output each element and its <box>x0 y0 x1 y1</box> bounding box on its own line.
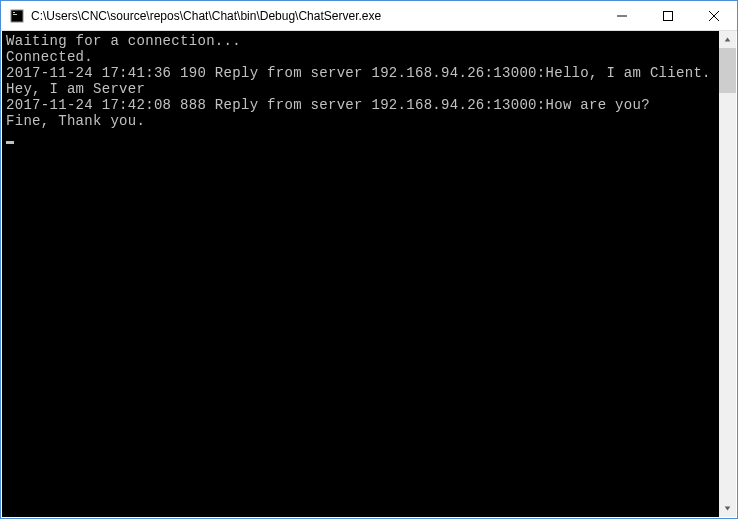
vertical-scrollbar[interactable] <box>719 31 736 517</box>
console-line: 2017-11-24 17:41:36 190 Reply from serve… <box>6 65 719 81</box>
console-line: Connected. <box>6 49 719 65</box>
scroll-track[interactable] <box>719 48 736 500</box>
close-button[interactable] <box>691 1 737 30</box>
svg-rect-4 <box>664 11 673 20</box>
svg-marker-7 <box>725 37 731 41</box>
cursor-line <box>6 129 719 145</box>
svg-rect-2 <box>13 14 17 15</box>
minimize-button[interactable] <box>599 1 645 30</box>
svg-rect-1 <box>13 12 15 13</box>
maximize-button[interactable] <box>645 1 691 30</box>
window-title: C:\Users\CNC\source\repos\Chat\Chat\bin\… <box>31 9 599 23</box>
console-output[interactable]: Waiting for a connection...Connected.201… <box>2 31 719 517</box>
scroll-thumb[interactable] <box>719 48 736 93</box>
console-area: Waiting for a connection...Connected.201… <box>2 31 736 517</box>
cursor <box>6 141 14 144</box>
titlebar[interactable]: C:\Users\CNC\source\repos\Chat\Chat\bin\… <box>1 1 737 31</box>
scroll-up-button[interactable] <box>719 31 736 48</box>
scroll-down-button[interactable] <box>719 500 736 517</box>
console-line: 2017-11-24 17:42:08 888 Reply from serve… <box>6 97 719 113</box>
console-line: Waiting for a connection... <box>6 33 719 49</box>
svg-rect-0 <box>11 10 23 22</box>
console-line: Fine, Thank you. <box>6 113 719 129</box>
app-icon <box>9 8 25 24</box>
svg-marker-8 <box>725 506 731 510</box>
console-line: Hey, I am Server <box>6 81 719 97</box>
window-controls <box>599 1 737 30</box>
